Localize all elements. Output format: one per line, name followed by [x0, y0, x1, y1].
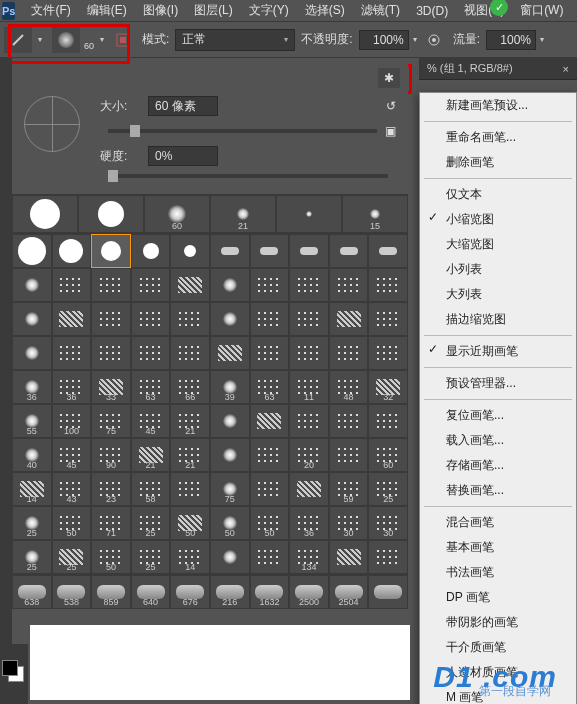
brush-preset-cell[interactable]: [12, 336, 52, 370]
flyout-item[interactable]: 书法画笔: [420, 560, 576, 585]
brush-preset-cell[interactable]: [289, 336, 329, 370]
brush-angle-widget[interactable]: [24, 96, 80, 152]
flyout-item[interactable]: DP 画笔: [420, 585, 576, 610]
menu-help[interactable]: 帮: [571, 0, 577, 21]
document-canvas[interactable]: [30, 625, 410, 700]
brush-preset-cell[interactable]: 25: [12, 540, 52, 574]
flyout-item[interactable]: 混合画笔: [420, 510, 576, 535]
brush-preset-cell[interactable]: [12, 195, 78, 233]
brush-preset-cell[interactable]: 134: [289, 540, 329, 574]
brush-preset-cell[interactable]: 14: [12, 472, 52, 506]
brush-preset-cell[interactable]: 55: [12, 404, 52, 438]
brush-preset-cell[interactable]: 59: [329, 472, 369, 506]
brush-preset-cell[interactable]: 25: [131, 540, 171, 574]
menu-layer[interactable]: 图层(L): [186, 0, 241, 21]
brush-preset-picker[interactable]: 60 ▾: [52, 27, 108, 53]
brush-preset-cell[interactable]: [289, 234, 329, 268]
brush-preset-cell[interactable]: [52, 268, 92, 302]
brush-preset-cell[interactable]: [329, 438, 369, 472]
flow-field[interactable]: 100%: [486, 30, 536, 50]
brush-preset-cell[interactable]: [250, 472, 290, 506]
brush-preset-cell[interactable]: 50: [210, 506, 250, 540]
brush-preset-cell[interactable]: 14: [170, 540, 210, 574]
brush-preset-cell[interactable]: [329, 404, 369, 438]
chevron-down-icon[interactable]: ▾: [409, 27, 421, 53]
brush-preset-cell[interactable]: 21: [170, 404, 210, 438]
brush-preset-cell[interactable]: [131, 336, 171, 370]
menu-edit[interactable]: 编辑(E): [79, 0, 135, 21]
brush-preset-cell[interactable]: 36: [52, 370, 92, 404]
brush-preset-cell[interactable]: [368, 404, 408, 438]
brush-preset-cell[interactable]: 48: [329, 370, 369, 404]
brush-preset-cell[interactable]: 75: [210, 472, 250, 506]
flyout-item[interactable]: 存储画笔...: [420, 453, 576, 478]
brush-preset-cell[interactable]: 1632: [250, 575, 290, 609]
brush-preset-cell[interactable]: 40: [12, 438, 52, 472]
flyout-item[interactable]: 描边缩览图: [420, 307, 576, 332]
brush-preset-cell[interactable]: 39: [210, 370, 250, 404]
hardness-field[interactable]: 0%: [148, 146, 218, 166]
brush-preset-cell[interactable]: [12, 268, 52, 302]
brush-preset-cell[interactable]: 640: [131, 575, 171, 609]
brush-preset-cell[interactable]: [131, 268, 171, 302]
flyout-item[interactable]: 替换画笔...: [420, 478, 576, 503]
tool-preset-picker[interactable]: ▾: [4, 27, 46, 53]
flyout-item[interactable]: 干介质画笔: [420, 635, 576, 660]
brush-preset-cell[interactable]: 216: [210, 575, 250, 609]
brush-preset-cell[interactable]: [170, 234, 210, 268]
flyout-item[interactable]: 大列表: [420, 282, 576, 307]
brush-preset-cell[interactable]: [91, 268, 131, 302]
flyout-item[interactable]: 载入画笔...: [420, 428, 576, 453]
brush-preset-cell[interactable]: 50: [170, 506, 210, 540]
menu-image[interactable]: 图像(I): [135, 0, 186, 21]
brush-panel-toggle-icon[interactable]: [114, 31, 132, 49]
restore-icon[interactable]: ↺: [386, 99, 396, 113]
opacity-field[interactable]: 100%: [359, 30, 409, 50]
brush-preset-cell[interactable]: [78, 195, 144, 233]
brush-preset-cell[interactable]: 21: [131, 438, 171, 472]
brush-preset-cell[interactable]: [289, 302, 329, 336]
brush-preset-cell[interactable]: 676: [170, 575, 210, 609]
brush-preset-cell[interactable]: 63: [131, 370, 171, 404]
brush-preset-cell[interactable]: 60: [368, 438, 408, 472]
brush-preset-cell[interactable]: 50: [91, 540, 131, 574]
menu-file[interactable]: 文件(F): [23, 0, 78, 21]
menu-filter[interactable]: 滤镜(T): [353, 0, 408, 21]
brush-preset-cell[interactable]: 30: [368, 506, 408, 540]
brush-preset-cell[interactable]: [210, 268, 250, 302]
menu-type[interactable]: 文字(Y): [241, 0, 297, 21]
flyout-item[interactable]: 重命名画笔...: [420, 125, 576, 150]
brush-preset-cell[interactable]: [170, 268, 210, 302]
brush-preset-cell[interactable]: 50: [250, 506, 290, 540]
flyout-item[interactable]: 新建画笔预设...: [420, 93, 576, 118]
brush-preset-cell[interactable]: [91, 302, 131, 336]
brush-preset-cell[interactable]: 859: [91, 575, 131, 609]
brush-preset-cell[interactable]: 50: [52, 506, 92, 540]
brush-preset-cell[interactable]: 638: [12, 575, 52, 609]
flyout-item[interactable]: 显示近期画笔: [420, 339, 576, 364]
brush-preset-cell[interactable]: 58: [131, 472, 171, 506]
size-field[interactable]: 60 像素: [148, 96, 218, 116]
brush-preset-cell[interactable]: [52, 234, 92, 268]
new-preset-icon[interactable]: ▣: [385, 124, 396, 138]
brush-preset-cell[interactable]: [52, 302, 92, 336]
brush-preset-cell[interactable]: 45: [131, 404, 171, 438]
brush-preset-cell[interactable]: [210, 404, 250, 438]
brush-preset-cell[interactable]: [368, 302, 408, 336]
flyout-item[interactable]: 大缩览图: [420, 232, 576, 257]
brush-preset-cell[interactable]: [170, 472, 210, 506]
brush-preset-cell[interactable]: 15: [342, 195, 408, 233]
size-slider[interactable]: [108, 129, 377, 133]
brush-preset-cell[interactable]: [250, 268, 290, 302]
foreground-color-swatch[interactable]: [2, 660, 18, 676]
brush-preset-cell[interactable]: 63: [250, 370, 290, 404]
brush-preset-cell[interactable]: 25: [12, 506, 52, 540]
brush-preset-cell[interactable]: [250, 404, 290, 438]
flyout-item[interactable]: 复位画笔...: [420, 403, 576, 428]
brush-preset-cell[interactable]: [170, 336, 210, 370]
brush-preset-cell[interactable]: 538: [52, 575, 92, 609]
brush-preset-cell[interactable]: 75: [91, 404, 131, 438]
flyout-item[interactable]: 仅文本: [420, 182, 576, 207]
brush-preset-cell[interactable]: 32: [368, 370, 408, 404]
brush-preset-cell[interactable]: [250, 438, 290, 472]
